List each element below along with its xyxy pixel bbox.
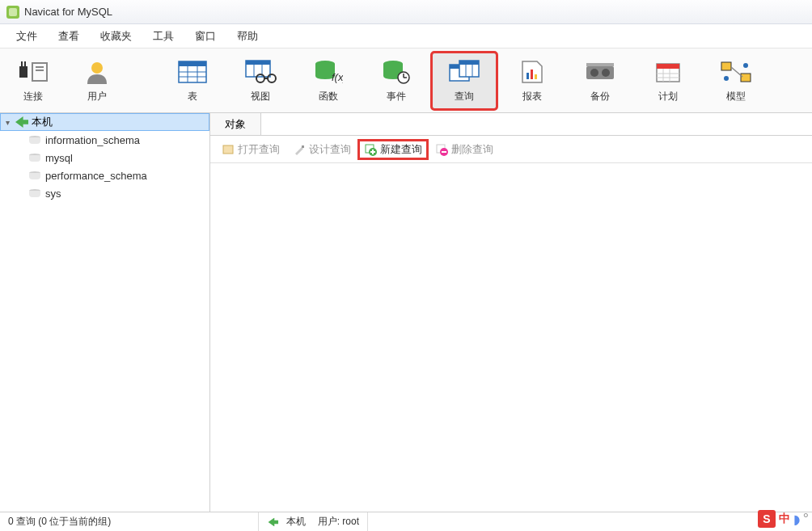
svg-rect-40	[657, 64, 679, 69]
svg-rect-0	[19, 66, 27, 78]
function-label: 函数	[319, 90, 338, 103]
backup-icon	[584, 57, 616, 86]
database-icon	[29, 136, 40, 144]
connection-icon	[269, 517, 279, 526]
query-icon	[448, 57, 480, 86]
table-icon	[176, 57, 209, 86]
tree-db-item[interactable]: performance_schema	[0, 166, 209, 184]
ime-indicator: S 中 ◗ °	[758, 510, 809, 528]
delete-query-button[interactable]: 删除查询	[430, 141, 498, 158]
connection-icon	[15, 116, 28, 128]
statusbar: 0 查询 (0 位于当前的组) 本机 用户: root	[0, 512, 812, 531]
menu-favorites[interactable]: 收藏夹	[92, 26, 140, 47]
event-label: 事件	[387, 90, 406, 103]
report-label: 报表	[522, 90, 542, 103]
query-button[interactable]: 查询	[432, 53, 497, 109]
connection-tree[interactable]: ▾ 本机 information_schema mysql performanc…	[0, 113, 210, 512]
tree-db-item[interactable]: mysql	[0, 149, 209, 166]
svg-rect-32	[527, 73, 529, 79]
ime-mode[interactable]: 中	[779, 512, 790, 526]
svg-text:f(x): f(x)	[332, 71, 343, 83]
query-label: 查询	[455, 90, 474, 103]
plug-icon	[17, 57, 49, 86]
tabbar: 对象	[210, 113, 812, 136]
open-query-button[interactable]: 打开查询	[217, 141, 285, 158]
tree-db-item[interactable]: information_schema	[0, 131, 209, 149]
svg-rect-50	[223, 145, 233, 154]
svg-point-48	[743, 63, 748, 68]
user-button[interactable]: 用户	[65, 53, 129, 109]
app-title: Navicat for MySQL	[24, 6, 112, 18]
delete-query-label: 删除查询	[451, 142, 493, 157]
view-button[interactable]: 视图	[228, 53, 293, 109]
tree-connection[interactable]: ▾ 本机	[0, 113, 209, 131]
moon-icon[interactable]: ◗	[793, 512, 800, 527]
schedule-button[interactable]: 计划	[636, 53, 700, 109]
svg-point-47	[724, 76, 729, 81]
svg-rect-14	[246, 61, 270, 65]
db-label: performance_schema	[45, 170, 147, 182]
ime-logo-icon[interactable]: S	[758, 510, 776, 528]
design-query-icon	[293, 143, 306, 156]
user-icon	[81, 57, 113, 86]
user-label: 用户	[87, 90, 107, 103]
connection-label: 本机	[32, 115, 53, 129]
svg-line-49	[731, 67, 742, 77]
svg-rect-51	[302, 145, 304, 148]
new-query-button[interactable]: 新建查询	[359, 141, 427, 158]
delete-query-icon	[435, 143, 448, 156]
svg-rect-34	[535, 74, 537, 79]
event-button[interactable]: 事件	[364, 53, 429, 109]
collapse-icon[interactable]: ▾	[6, 118, 15, 127]
model-icon	[720, 57, 752, 86]
calendar-icon	[652, 57, 684, 86]
menu-help[interactable]: 帮助	[229, 26, 266, 47]
svg-point-37	[602, 69, 610, 77]
model-button[interactable]: 模型	[704, 53, 768, 109]
menu-window[interactable]: 窗口	[187, 26, 224, 47]
app-logo-icon	[6, 6, 19, 19]
table-button[interactable]: 表	[160, 53, 225, 109]
model-label: 模型	[726, 90, 746, 103]
svg-rect-3	[32, 63, 47, 81]
database-icon	[29, 189, 40, 197]
svg-rect-1	[21, 61, 23, 66]
new-query-icon	[364, 143, 377, 156]
function-button[interactable]: f(x) 函数	[296, 53, 361, 109]
schedule-label: 计划	[658, 90, 678, 103]
menu-file[interactable]: 文件	[8, 26, 45, 47]
db-label: mysql	[45, 152, 73, 164]
report-button[interactable]: 报表	[500, 53, 565, 109]
backup-label: 备份	[590, 90, 610, 103]
db-label: information_schema	[45, 134, 140, 146]
ime-dot-icon[interactable]: °	[803, 511, 809, 528]
tree-db-item[interactable]: sys	[0, 184, 209, 202]
open-query-icon	[222, 143, 235, 156]
svg-rect-45	[721, 62, 731, 70]
menubar: 文件 查看 收藏夹 工具 窗口 帮助	[0, 24, 812, 48]
svg-rect-8	[179, 61, 206, 66]
connect-button[interactable]: 连接	[5, 53, 61, 109]
object-list-empty	[210, 163, 812, 512]
svg-point-18	[268, 74, 276, 82]
design-query-button[interactable]: 设计查询	[288, 141, 356, 158]
tab-objects[interactable]: 对象	[210, 113, 261, 135]
database-icon	[29, 171, 40, 179]
new-query-label: 新建查询	[380, 142, 422, 157]
menu-tools[interactable]: 工具	[145, 26, 182, 47]
svg-rect-5	[36, 70, 44, 71]
db-label: sys	[45, 188, 61, 200]
svg-rect-38	[586, 63, 614, 66]
status-left: 0 查询 (0 位于当前的组)	[0, 512, 259, 531]
database-icon	[29, 154, 40, 162]
main-area: ▾ 本机 information_schema mysql performanc…	[0, 113, 812, 512]
view-label: 视图	[251, 90, 270, 103]
svg-rect-46	[741, 74, 751, 82]
status-connection: 本机 用户: root	[259, 512, 368, 531]
svg-rect-2	[24, 61, 26, 66]
design-query-label: 设计查询	[309, 142, 351, 157]
svg-rect-4	[36, 66, 44, 68]
backup-button[interactable]: 备份	[568, 53, 632, 109]
menu-view[interactable]: 查看	[50, 26, 87, 47]
function-icon: f(x)	[312, 57, 345, 86]
